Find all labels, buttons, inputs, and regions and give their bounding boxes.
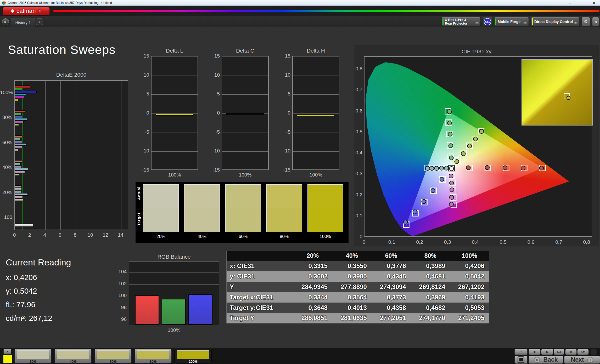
deltaL-y-tick: -15 (139, 167, 149, 173)
deltae-bar (15, 110, 25, 113)
table-cell: 277,2051 (372, 313, 411, 323)
deltaH-y-tick: 15 (280, 53, 290, 59)
minimize-button[interactable]: – (564, 0, 576, 6)
pattern-thumb-100%[interactable]: 100% (175, 349, 212, 363)
measured-marker (485, 166, 489, 170)
patch-swatch (307, 184, 343, 232)
layout-expand-button[interactable]: ▶ (2, 18, 9, 25)
meter-status-stripe (442, 18, 444, 25)
gridline (152, 151, 198, 152)
measured-marker (468, 144, 472, 148)
measured-marker (447, 121, 452, 125)
deltaL-y-tick: 15 (139, 53, 149, 59)
inset-measured-marker (567, 96, 570, 100)
settings-gear-button[interactable]: ⚙ (581, 17, 590, 26)
patch-swatch (143, 184, 179, 232)
deltae-bar (15, 96, 24, 98)
pattern-thumb-60%[interactable]: 60% (94, 349, 132, 363)
gridline (293, 94, 339, 95)
measured-marker (539, 166, 543, 170)
calman-logo-text: calman (16, 8, 36, 14)
measured-marker (479, 129, 484, 133)
deltae-group-label: 60% (0, 140, 12, 145)
deltaH-bar (297, 115, 335, 116)
play-measure-button[interactable]: ▶ (541, 349, 553, 355)
deltae-group-label: 20% (0, 190, 12, 195)
table-cell: 0,5053 (450, 303, 489, 313)
table-cell: 0,4358 (372, 303, 411, 313)
pattern-panel-expand-button[interactable]: ▲ (3, 349, 11, 354)
calman-menu-button[interactable]: ❖ calman ▼ (3, 7, 50, 15)
bottom-bar: ▲ 20%40%60%80%100% ▲ ■ ▶ [‥] ∞ ⟳ « Back … (0, 348, 600, 364)
measured-marker (450, 188, 454, 192)
deltaC-plot (222, 56, 269, 170)
table-cell: 267,1202 (450, 282, 489, 292)
cie-x-tick: 0,5 (497, 239, 510, 245)
pattern-thumb-80%[interactable]: 80% (134, 349, 172, 363)
source-dropdown[interactable]: Mobile Forge ▼ (494, 17, 529, 26)
meter-dropdown[interactable]: X-Rite i1Pro 3 Rear Projector ▼ (441, 17, 481, 26)
deltae-bar (15, 185, 22, 188)
table-header: 40% (332, 251, 372, 261)
gridline (222, 94, 268, 95)
add-tab-button[interactable]: + (36, 18, 43, 25)
continuous-measure-button[interactable]: ∞ (565, 349, 577, 355)
deltae-bar (15, 121, 24, 123)
pattern-window-button[interactable] (514, 356, 528, 364)
cie-y-tick: 0,6 (354, 108, 362, 114)
display-chevron-icon: ▼ (574, 21, 578, 24)
refresh-button[interactable]: ⟳ (577, 349, 589, 355)
pattern-thumb-40%[interactable]: 40% (54, 349, 92, 363)
display-dropdown[interactable]: Direct Display Control ▼ (531, 17, 579, 26)
tab-history-1[interactable]: History 1 (11, 18, 35, 27)
measured-marker (455, 160, 459, 164)
deltaL-y-tick: 5 (139, 91, 149, 97)
cie-y-tick: 0,8 (354, 66, 362, 72)
cie-y-tick: 0,2 (354, 192, 362, 198)
deltaL-plot (151, 56, 198, 170)
table-cell: 0,4013 (332, 303, 372, 313)
measured-marker (450, 167, 454, 171)
table-header: 100% (450, 251, 489, 261)
row-label: Target y:CIE31 (227, 303, 293, 313)
transport-expand-button[interactable]: ▲ (514, 349, 528, 355)
collapse-icon: ◀ (595, 20, 597, 24)
deltae-x-tick: 6 (56, 232, 64, 238)
back-button[interactable]: « Back (529, 356, 563, 364)
table-cell: 0,4345 (372, 271, 411, 282)
gridline (60, 81, 61, 230)
deltae-bar (15, 173, 19, 176)
reading-y: y: 0,5042 (6, 287, 71, 295)
deltaC-y-tick: 10 (209, 72, 220, 78)
pattern-thumb-20%[interactable]: 20% (14, 349, 52, 363)
next-button[interactable]: Next » (564, 356, 600, 364)
measured-marker (413, 210, 417, 214)
play-icon: ▶ (546, 350, 548, 354)
cie-x-tick: 0,7 (552, 239, 565, 245)
maximize-button[interactable]: □ (576, 0, 588, 6)
measured-marker (449, 202, 453, 206)
title-bar: Calman 2025 Calman Ultimate for Business… (0, 0, 600, 6)
deltae-x-tick: 8 (71, 232, 79, 238)
deltae-bar (15, 141, 23, 143)
brand-toolbar: ❖ calman ▼ (0, 6, 600, 16)
deltae-bar (15, 198, 23, 201)
deltae-bar (15, 224, 33, 227)
pattern-thumb-swatch (137, 350, 169, 359)
workspace: Saturation Sweeps DeltaE 2000100%80%60%4… (0, 27, 600, 348)
patch-swatch (225, 184, 261, 232)
stop-measure-button[interactable]: ■ (529, 349, 541, 355)
collapse-panel-button[interactable]: ◀ (592, 17, 599, 26)
pattern-window-icon (518, 356, 524, 363)
patch-label: 100% (307, 234, 343, 239)
measured-marker (403, 220, 407, 224)
gridline (129, 272, 219, 272)
deltae-plot (14, 80, 128, 230)
deltae-bar (15, 166, 22, 168)
cie-y-tick: 0,5 (354, 129, 362, 135)
deltaH-y-tick: 5 (280, 91, 290, 97)
deltae-bar (15, 193, 28, 196)
read-series-button[interactable]: [‥] (554, 349, 564, 355)
deltaC-y-tick: 5 (209, 91, 220, 97)
close-button[interactable]: ✕ (588, 0, 600, 6)
